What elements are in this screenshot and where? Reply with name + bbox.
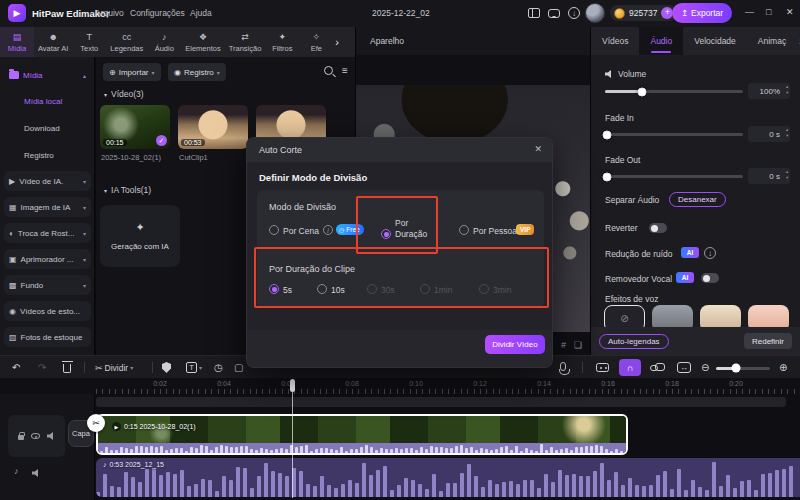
fade-out-slider[interactable] bbox=[605, 175, 743, 178]
ribbon-tab-audio[interactable]: ♪Áudio bbox=[147, 27, 181, 57]
media-clip-thumbnail[interactable]: 00:15 ✓ bbox=[100, 105, 170, 149]
ribbon-tab-midia[interactable]: ▤Mídia bbox=[0, 27, 34, 57]
fade-in-value[interactable]: 0 s ▴▾ bbox=[748, 126, 790, 142]
tab-animacao[interactable]: Animaç bbox=[747, 27, 797, 55]
fade-in-slider[interactable] bbox=[605, 133, 743, 136]
playhead-handle[interactable] bbox=[290, 379, 295, 392]
ribbon-tab-avatar-ai[interactable]: ☻Avatar AI bbox=[34, 27, 72, 57]
vocal-remover-toggle[interactable] bbox=[701, 273, 719, 283]
dialog-close-icon[interactable]: ✕ bbox=[534, 144, 542, 154]
sidebar-item-download[interactable]: Download bbox=[4, 118, 91, 138]
auto-captions-button[interactable]: Auto-legendas bbox=[599, 334, 669, 349]
zoom-out-icon[interactable]: ⊖ bbox=[701, 360, 709, 375]
export-button[interactable]: ↥ Exportar bbox=[672, 3, 732, 23]
sticker-icon[interactable] bbox=[162, 360, 171, 375]
tab-velocidade[interactable]: Velocidade bbox=[683, 27, 747, 55]
magnet-icon[interactable]: ∩ bbox=[619, 359, 641, 376]
sidebar-item-fundo[interactable]: ▩Fundo▾ bbox=[4, 275, 91, 295]
tab-videos[interactable]: Vídeos bbox=[591, 27, 639, 55]
speed-icon[interactable]: ◷ bbox=[214, 360, 223, 375]
timeline-zoom-slider[interactable] bbox=[716, 367, 770, 370]
sidebar-item-imagem-ia[interactable]: ▦Imagem de IA▾ bbox=[4, 197, 91, 217]
video-clip[interactable]: ▶ 0:15 2025-10-28_02(1) bbox=[96, 414, 628, 455]
trash-icon[interactable] bbox=[63, 360, 71, 375]
mute-icon[interactable] bbox=[47, 432, 55, 440]
keyframe-icon[interactable] bbox=[596, 360, 609, 375]
sidebar-item-registro[interactable]: Registro bbox=[4, 145, 91, 165]
fade-in-slider-knob[interactable] bbox=[603, 130, 612, 139]
fade-out-value[interactable]: 0 s ▴▾ bbox=[748, 168, 790, 184]
radio-por-pessoa[interactable] bbox=[459, 225, 469, 235]
sidebar-item-videos-estoque[interactable]: ◉Vídeos de esto... bbox=[4, 301, 91, 321]
split-video-button[interactable]: Dividir Vídeo bbox=[485, 335, 545, 354]
ribbon-tab-legendas[interactable]: ccLegendas bbox=[106, 27, 147, 57]
empty-track-lane[interactable] bbox=[96, 397, 786, 407]
ribbon-more-chevron-icon[interactable]: › bbox=[333, 36, 341, 48]
timeline-ruler[interactable]: 0:02 0:04 0:06 0:08 0:10 0:12 0:14 0:16 … bbox=[0, 378, 800, 394]
import-button[interactable]: ⊕ Importar ▾ bbox=[103, 63, 161, 81]
redo-icon[interactable]: ↷ bbox=[38, 360, 46, 375]
text-tool-icon[interactable]: T▾ bbox=[186, 360, 202, 375]
user-avatar[interactable] bbox=[585, 3, 605, 23]
stepper-icons[interactable]: ▴▾ bbox=[786, 84, 788, 96]
media-clip-thumbnail[interactable]: 00:53 bbox=[178, 105, 248, 149]
ribbon-tab-elementos[interactable]: ❖Elementos bbox=[181, 27, 224, 57]
undo-icon[interactable]: ↶ bbox=[12, 360, 20, 375]
stepper-icons[interactable]: ▴▾ bbox=[786, 127, 788, 139]
mic-icon[interactable] bbox=[560, 360, 566, 375]
split-here-scissors-icon[interactable]: ✂ bbox=[87, 414, 105, 432]
tab-audio[interactable]: Áudio bbox=[639, 27, 683, 55]
ribbon-tab-transicao[interactable]: ⇄Transição bbox=[225, 27, 266, 57]
ribbon-tab-filtros[interactable]: ✦Filtros bbox=[265, 27, 299, 57]
fade-out-slider-knob[interactable] bbox=[603, 172, 612, 181]
volume-slider-knob[interactable] bbox=[638, 87, 647, 96]
close-button[interactable]: ✕ bbox=[786, 7, 794, 17]
sort-icon[interactable]: ≡ bbox=[342, 65, 348, 76]
split-button[interactable]: ✂ Dividir ▾ bbox=[95, 360, 133, 375]
video-section-header[interactable]: ▾ Vídeo(3) bbox=[104, 89, 144, 99]
music-note-icon[interactable]: ♪ bbox=[14, 466, 19, 476]
sidebar-item-troca-rosto[interactable]: ◐Troca de Rost...▾ bbox=[4, 223, 91, 243]
radio-por-cena[interactable] bbox=[269, 225, 279, 235]
dialog-titlebar[interactable]: Auto Corte bbox=[247, 138, 552, 162]
ribbon-tab-efeitos[interactable]: ✧Efe bbox=[299, 27, 333, 57]
minimize-button[interactable]: — bbox=[745, 7, 754, 17]
audio-clip[interactable]: ♪ 0:53 2025_12_15 bbox=[96, 458, 800, 497]
sidebar-item-midia-local[interactable]: Mídia local bbox=[4, 91, 91, 111]
menu-configuracoes[interactable]: Configurações bbox=[130, 8, 185, 18]
download-icon[interactable]: ↓ bbox=[567, 6, 581, 20]
volume-value[interactable]: 100% ▴▾ bbox=[748, 83, 790, 99]
layout-icon[interactable] bbox=[527, 6, 541, 20]
eye-icon[interactable] bbox=[31, 433, 40, 439]
link-clips-icon[interactable] bbox=[650, 360, 658, 375]
ia-tools-section-header[interactable]: ▾ IA Tools(1) bbox=[104, 185, 151, 195]
credits-badge[interactable]: 925737 + bbox=[610, 5, 677, 21]
info-icon[interactable]: i bbox=[323, 225, 333, 235]
grid-icon[interactable]: # bbox=[561, 340, 566, 350]
menu-arquivo[interactable]: Arquivo bbox=[95, 8, 124, 18]
maximize-button[interactable]: □ bbox=[766, 7, 771, 17]
detach-button[interactable]: Desanexar bbox=[669, 192, 726, 207]
audio-mute-icon[interactable] bbox=[32, 469, 40, 477]
ribbon-tab-texto[interactable]: TTexto bbox=[72, 27, 106, 57]
menu-ajuda[interactable]: Ajuda bbox=[190, 8, 212, 18]
audio-waveform bbox=[96, 458, 800, 497]
reverse-toggle[interactable] bbox=[649, 223, 667, 233]
zoom-slider-knob[interactable] bbox=[732, 364, 741, 373]
noise-download-icon[interactable]: ↓ bbox=[704, 247, 716, 259]
zoom-in-icon[interactable]: ⊕ bbox=[779, 360, 787, 375]
volume-slider[interactable] bbox=[605, 90, 743, 93]
fit-timeline-icon[interactable]: ↔ bbox=[677, 360, 691, 375]
crop-icon[interactable]: ▢ bbox=[234, 360, 243, 375]
lock-icon[interactable] bbox=[18, 435, 24, 440]
sidebar-item-video-ia[interactable]: ▶Vídeo de IA.▾ bbox=[4, 171, 91, 191]
record-button[interactable]: ◉ Registro ▾ bbox=[168, 63, 226, 81]
ia-generation-card[interactable]: ✦ Geração com IA bbox=[100, 205, 180, 267]
feedback-icon[interactable] bbox=[547, 6, 561, 20]
reset-button[interactable]: Redefinir bbox=[744, 333, 792, 349]
stepper-icons[interactable]: ▴▾ bbox=[786, 169, 788, 181]
fullscreen-icon[interactable]: ❏ bbox=[574, 340, 582, 350]
sidebar-item-midia[interactable]: Mídia ▴ bbox=[4, 65, 91, 85]
sidebar-item-aprimorador[interactable]: ▣Aprimorador ...▾ bbox=[4, 249, 91, 269]
sidebar-item-fotos-estoque[interactable]: ▨Fotos de estoque bbox=[4, 327, 91, 347]
